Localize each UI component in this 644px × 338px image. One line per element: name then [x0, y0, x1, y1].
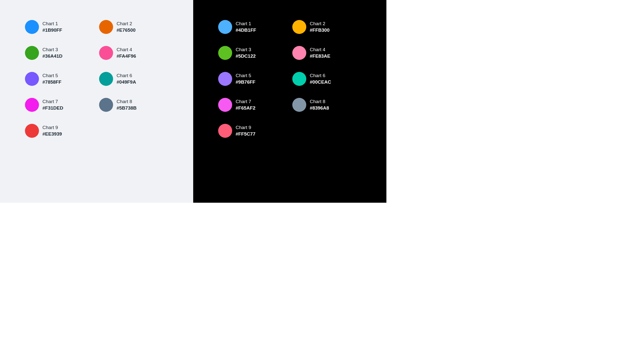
swatch-text: Chart 7 #F65AF2 — [236, 98, 255, 111]
swatch-circle-icon — [99, 46, 113, 60]
swatch-item: Chart 9 #EE3939 — [25, 124, 94, 138]
swatch-hex: #EE3939 — [42, 131, 62, 137]
swatch-item: Chart 4 #FA4F96 — [99, 46, 168, 60]
dark-panel: Chart 1 #4DB1FF Chart 2 #FFB300 Chart 3 … — [193, 0, 386, 203]
swatch-item: Chart 1 #1B90FF — [25, 20, 94, 34]
swatch-label: Chart 2 — [116, 20, 136, 27]
swatch-item: Chart 7 #F31DED — [25, 98, 94, 112]
swatch-label: Chart 7 — [236, 98, 255, 105]
swatch-item: Chart 6 #00CEAC — [292, 72, 362, 86]
swatch-label: Chart 6 — [116, 72, 136, 79]
swatch-text: Chart 1 #1B90FF — [42, 20, 62, 33]
swatch-label: Chart 5 — [42, 72, 62, 79]
swatch-hex: #049F9A — [116, 79, 136, 85]
swatch-hex: #FF5C77 — [236, 131, 255, 137]
swatch-text: Chart 8 #8396A8 — [310, 98, 329, 111]
swatch-text: Chart 5 #7858FF — [42, 72, 62, 85]
swatch-hex: #1B90FF — [42, 27, 62, 34]
swatch-circle-icon — [25, 124, 39, 138]
swatch-circle-icon — [292, 98, 306, 112]
swatch-circle-icon — [25, 98, 39, 112]
swatch-label: Chart 1 — [236, 20, 256, 27]
swatch-text: Chart 6 #00CEAC — [310, 72, 331, 85]
light-panel: Chart 1 #1B90FF Chart 2 #E76500 Chart 3 … — [0, 0, 193, 203]
swatch-label: Chart 8 — [116, 98, 136, 105]
swatch-hex: #9B76FF — [236, 79, 255, 85]
swatch-circle-icon — [25, 46, 39, 60]
swatch-item: Chart 5 #7858FF — [25, 72, 94, 86]
swatch-label: Chart 4 — [310, 46, 330, 53]
swatch-text: Chart 9 #EE3939 — [42, 124, 62, 137]
swatch-label: Chart 9 — [42, 124, 62, 131]
swatch-text: Chart 9 #FF5C77 — [236, 124, 255, 137]
swatch-circle-icon — [292, 20, 306, 34]
swatch-label: Chart 4 — [116, 46, 136, 53]
swatch-circle-icon — [292, 72, 306, 86]
swatch-text: Chart 3 #36A41D — [42, 46, 62, 59]
swatch-item: Chart 8 #8396A8 — [292, 98, 362, 112]
swatch-item: Chart 2 #E76500 — [99, 20, 168, 34]
swatch-circle-icon — [292, 46, 306, 60]
swatch-label: Chart 5 — [236, 72, 255, 79]
swatch-text: Chart 3 #5DC122 — [236, 46, 256, 59]
swatch-hex: #00CEAC — [310, 79, 331, 85]
swatch-text: Chart 4 #FA4F96 — [116, 46, 136, 59]
swatch-item: Chart 3 #5DC122 — [218, 46, 287, 60]
swatch-label: Chart 7 — [42, 98, 63, 105]
swatch-circle-icon — [99, 20, 113, 34]
swatch-text: Chart 7 #F31DED — [42, 98, 63, 111]
swatch-hex: #F31DED — [42, 105, 63, 111]
swatch-hex: #7858FF — [42, 79, 62, 85]
swatch-circle-icon — [218, 72, 232, 86]
swatch-hex: #4DB1FF — [236, 27, 256, 34]
swatch-hex: #8396A8 — [310, 105, 329, 111]
swatch-text: Chart 1 #4DB1FF — [236, 20, 256, 33]
swatch-label: Chart 9 — [236, 124, 255, 131]
swatch-label: Chart 2 — [310, 20, 330, 27]
swatch-hex: #36A41D — [42, 53, 62, 60]
swatch-text: Chart 5 #9B76FF — [236, 72, 255, 85]
swatch-item: Chart 9 #FF5C77 — [218, 124, 287, 138]
dark-swatch-grid: Chart 1 #4DB1FF Chart 2 #FFB300 Chart 3 … — [218, 20, 362, 138]
swatch-hex: #E76500 — [116, 27, 136, 34]
swatch-item: Chart 7 #F65AF2 — [218, 98, 287, 112]
swatch-circle-icon — [218, 124, 232, 138]
swatch-label: Chart 3 — [42, 46, 62, 53]
swatch-hex: #F65AF2 — [236, 105, 255, 111]
swatch-item: Chart 5 #9B76FF — [218, 72, 287, 86]
swatch-hex: #FA4F96 — [116, 53, 136, 60]
swatch-item: Chart 4 #FE83AE — [292, 46, 362, 60]
swatch-label: Chart 3 — [236, 46, 256, 53]
swatch-circle-icon — [25, 20, 39, 34]
swatch-text: Chart 6 #049F9A — [116, 72, 136, 85]
swatch-hex: #5B738B — [116, 105, 136, 111]
swatch-item: Chart 6 #049F9A — [99, 72, 168, 86]
swatch-circle-icon — [99, 98, 113, 112]
swatch-hex: #5DC122 — [236, 53, 256, 60]
swatch-text: Chart 4 #FE83AE — [310, 46, 330, 59]
swatch-item: Chart 2 #FFB300 — [292, 20, 362, 34]
swatch-text: Chart 8 #5B738B — [116, 98, 136, 111]
light-swatch-grid: Chart 1 #1B90FF Chart 2 #E76500 Chart 3 … — [25, 20, 168, 138]
swatch-label: Chart 1 — [42, 20, 62, 27]
swatch-circle-icon — [218, 98, 232, 112]
swatch-item: Chart 1 #4DB1FF — [218, 20, 287, 34]
swatch-hex: #FE83AE — [310, 53, 330, 60]
swatch-circle-icon — [99, 72, 113, 86]
swatch-text: Chart 2 #E76500 — [116, 20, 136, 33]
swatch-text: Chart 2 #FFB300 — [310, 20, 330, 33]
swatch-label: Chart 8 — [310, 98, 329, 105]
swatch-circle-icon — [218, 20, 232, 34]
swatch-circle-icon — [25, 72, 39, 86]
swatch-circle-icon — [218, 46, 232, 60]
swatch-item: Chart 8 #5B738B — [99, 98, 168, 112]
swatch-hex: #FFB300 — [310, 27, 330, 34]
swatch-label: Chart 6 — [310, 72, 331, 79]
swatch-item: Chart 3 #36A41D — [25, 46, 94, 60]
